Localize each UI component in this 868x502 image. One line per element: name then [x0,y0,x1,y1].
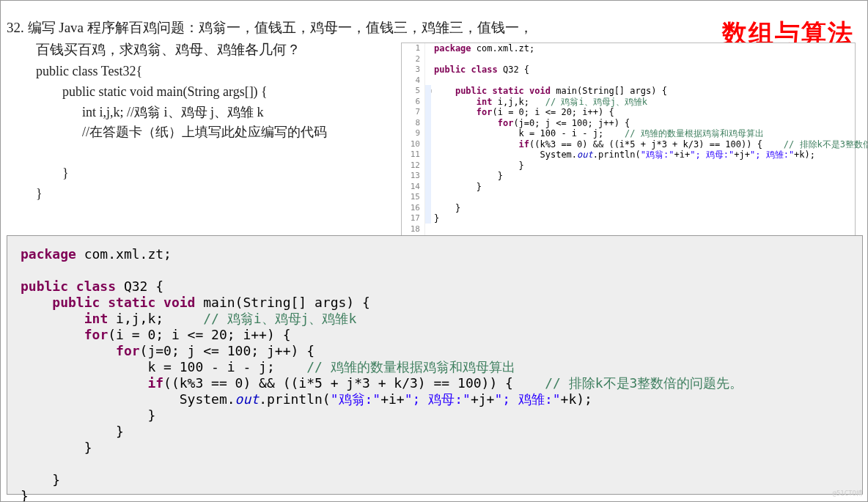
large-code-panel: package com.xml.zt; public class Q32 { p… [7,235,863,495]
question-number: 32. [7,20,24,35]
editor-code-area[interactable]: package com.xml.zt; public class Q32 { p… [434,43,852,224]
change-bar [425,85,431,224]
large-code-text[interactable]: package com.xml.zt; public class Q32 { p… [7,236,862,502]
line-number-gutter: 123456789101112131415161718 [402,43,425,248]
ide-editor-panel: 123456789101112131415161718 package com.… [401,43,856,257]
page-watermark: @51CTO博 [832,489,863,498]
question-line1: 编写 Java 程序解百鸡问题：鸡翁一，值钱五，鸡母一，值钱三，鸡雏三，值钱一， [28,20,533,35]
